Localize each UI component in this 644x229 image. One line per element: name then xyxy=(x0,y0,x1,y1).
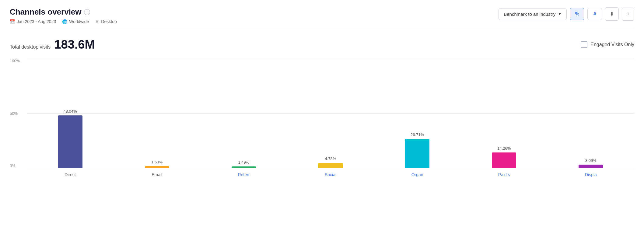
x-label-referral[interactable]: Referr xyxy=(200,169,287,180)
bar-label-organic: 26.71% xyxy=(411,132,424,137)
bar-group-direct: 48.04% xyxy=(27,59,114,168)
region-item: 🌐 Worldwide xyxy=(62,19,89,24)
bar-organic[interactable] xyxy=(405,139,429,168)
bar-label-referral: 1.49% xyxy=(238,160,249,165)
header-right: Benchmark to an industry ▼ % # ⬇ + xyxy=(499,7,634,21)
y-axis-label: 100% xyxy=(10,59,24,63)
bar-social[interactable] xyxy=(318,163,343,168)
benchmark-dropdown[interactable]: Benchmark to an industry ▼ xyxy=(499,8,567,20)
dropdown-arrow-icon: ▼ xyxy=(558,12,562,16)
engaged-visits-label: Engaged Visits Only xyxy=(590,42,634,47)
bar-paid[interactable] xyxy=(492,152,516,168)
bar-group-referral: 1.49% xyxy=(200,59,287,168)
date-range: Jan 2023 - Aug 2023 xyxy=(17,19,56,24)
meta-row: 📅 Jan 2023 - Aug 2023 🌐 Worldwide 🖥 Desk… xyxy=(10,19,117,24)
benchmark-label: Benchmark to an industry xyxy=(504,12,555,17)
bar-group-organic: 26.71% xyxy=(374,59,461,168)
download-button[interactable]: ⬇ xyxy=(605,7,619,21)
engaged-visits-toggle[interactable]: Engaged Visits Only xyxy=(581,41,634,48)
bar-direct[interactable] xyxy=(58,115,82,168)
y-axis-label: 50% xyxy=(10,111,24,116)
bar-group-social: 4.78% xyxy=(287,59,374,168)
y-axis-labels: 100%50%0% xyxy=(10,59,24,168)
bar-group-paid: 14.26% xyxy=(461,59,548,168)
x-label-organic[interactable]: Organ xyxy=(374,169,461,180)
page-title: Channels overview xyxy=(10,7,82,17)
date-range-item: 📅 Jan 2023 - Aug 2023 xyxy=(10,19,56,24)
x-label-paid[interactable]: Paid s xyxy=(461,169,548,180)
hash-button[interactable]: # xyxy=(587,8,602,20)
x-labels: DirectEmailReferrSocialOrganPaid sDispla xyxy=(27,169,634,180)
x-label-social[interactable]: Social xyxy=(287,169,374,180)
header-left: Channels overview i 📅 Jan 2023 - Aug 202… xyxy=(10,7,117,24)
bar-label-paid: 14.26% xyxy=(497,146,511,151)
bar-label-email: 1.63% xyxy=(151,160,163,164)
calendar-icon: 📅 xyxy=(10,19,15,24)
info-icon[interactable]: i xyxy=(84,9,90,15)
chart-section: Total desktop visits 183.6M Engaged Visi… xyxy=(10,38,634,180)
x-label-direct: Direct xyxy=(27,169,114,180)
y-axis-label: 0% xyxy=(10,163,24,168)
device-label: Desktop xyxy=(101,19,117,24)
stats-row: Total desktop visits 183.6M Engaged Visi… xyxy=(10,38,634,51)
bar-group-email: 1.63% xyxy=(114,59,200,168)
bars-container: 48.04%1.63%1.49%4.78%26.71%14.26%3.09% xyxy=(27,59,634,168)
bar-label-social: 4.78% xyxy=(325,156,336,161)
desktop-icon: 🖥 xyxy=(95,19,99,24)
x-label-email: Email xyxy=(114,169,200,180)
x-label-display[interactable]: Displa xyxy=(548,169,634,180)
globe-icon: 🌐 xyxy=(62,19,67,24)
title-row: Channels overview i xyxy=(10,7,117,17)
stats-label: Total desktop visits xyxy=(10,44,51,50)
percent-button[interactable]: % xyxy=(570,8,584,20)
header: Channels overview i 📅 Jan 2023 - Aug 202… xyxy=(10,7,634,29)
add-button[interactable]: + xyxy=(622,8,634,21)
device-item: 🖥 Desktop xyxy=(95,19,117,24)
region-label: Worldwide xyxy=(69,19,89,24)
bar-label-direct: 48.04% xyxy=(64,109,77,114)
stats-value: 183.6M xyxy=(54,38,95,51)
stats-left: Total desktop visits 183.6M xyxy=(10,38,95,51)
engaged-visits-checkbox[interactable] xyxy=(581,41,587,48)
bar-label-display: 3.09% xyxy=(585,158,597,163)
bar-group-display: 3.09% xyxy=(548,59,634,168)
baseline xyxy=(27,168,634,168)
chart-area: 100%50%0% 48.04%1.63%1.49%4.78%26.71%14.… xyxy=(10,59,634,180)
